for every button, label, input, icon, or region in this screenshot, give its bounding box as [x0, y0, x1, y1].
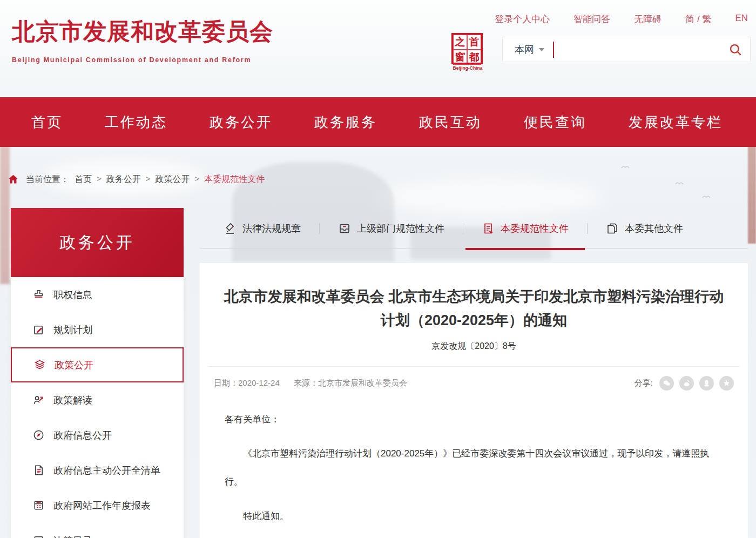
- nav-item-gov-services[interactable]: 政务服务: [314, 113, 377, 132]
- sidebar-title: 政务公开: [11, 208, 184, 277]
- breadcrumb-home[interactable]: 首页: [75, 174, 92, 185]
- sidebar: 政务公开 职权信息 规划计划: [11, 208, 184, 538]
- sidebar-item-policy-interpretation[interactable]: 政策解读: [11, 382, 184, 418]
- share-bar: 分享:: [634, 376, 734, 391]
- seal-char: 都: [467, 50, 481, 65]
- nav-item-home[interactable]: 首页: [31, 113, 63, 132]
- weibo-icon: [682, 379, 691, 388]
- breadcrumb-separator: >: [146, 174, 151, 183]
- seal-icon: 之 首 窗 都: [451, 33, 483, 64]
- seal-caption: Beijing-China: [451, 65, 484, 71]
- catalog-icon: [32, 534, 45, 538]
- tab-divider: [463, 223, 463, 234]
- nav-item-work-dynamics[interactable]: 工作动态: [105, 113, 167, 132]
- sidebar-item-label: 政府信息公开: [53, 429, 112, 442]
- article-source: 来源：北京市发展和改革委员会: [294, 378, 407, 387]
- search-scope-label: 本网: [515, 43, 534, 56]
- layers-icon: [33, 359, 46, 371]
- breadcrumb: 当前位置： 首页 > 政务公开 > 政策公开 > 本委规范性文件: [0, 147, 756, 208]
- sidebar-item-label: 政府信息主动公开全清单: [53, 464, 160, 477]
- page: 北京市发展和改革委员会 Beijing Municipal Commission…: [0, 0, 756, 538]
- sidebar-item-authority-info[interactable]: 职权信息: [11, 277, 184, 312]
- interpret-icon: [32, 394, 45, 406]
- background-band: [200, 249, 748, 263]
- breadcrumb-current-normative-docs[interactable]: 本委规范性文件: [204, 174, 265, 185]
- simplified-traditional-toggle[interactable]: 简 / 繁: [685, 13, 711, 25]
- edit-icon: [32, 324, 45, 336]
- sidebar-item-label: 决策目录: [53, 534, 92, 538]
- breadcrumb-policy-disclosure[interactable]: 政策公开: [156, 174, 190, 185]
- site-logo[interactable]: 北京市发展和改革委员会 Beijing Municipal Commission…: [12, 16, 273, 64]
- main-navigation: 首页 工作动态 政务公开 政务服务 政民互动 便民查询 发展改革专栏: [0, 97, 756, 147]
- breadcrumb-separator: >: [97, 174, 102, 183]
- list-doc-icon: [32, 464, 45, 476]
- tab-divider: [587, 223, 588, 234]
- article-meta: 日期：2020-12-24 来源：北京市发展和改革委员会 分享:: [200, 367, 748, 391]
- sidebar-item-gov-info-disclosure[interactable]: 政府信息公开: [11, 418, 184, 453]
- sidebar-item-label: 政策公开: [55, 359, 93, 372]
- article-title: 北京市发展和改革委员会 北京市生态环境局关于印发北京市塑料污染治理行动计划（20…: [218, 285, 731, 332]
- sidebar-menu: 职权信息 规划计划 政策公开: [11, 277, 184, 538]
- inbox-doc-icon: [338, 222, 351, 235]
- share-weibo-button[interactable]: [679, 376, 694, 391]
- sidebar-item-annual-website-report[interactable]: 政府网站工作年度报表: [11, 488, 184, 523]
- accessibility-link[interactable]: 无障碍: [634, 13, 662, 25]
- share-label: 分享:: [634, 378, 653, 388]
- sidebar-item-label: 政策解读: [53, 394, 92, 407]
- nav-item-public-interaction[interactable]: 政民互动: [419, 113, 482, 132]
- english-link[interactable]: EN: [735, 13, 748, 25]
- beijing-china-seal-logo[interactable]: 之 首 窗 都 Beijing-China: [451, 33, 484, 71]
- seal-char: 之: [453, 35, 467, 50]
- report-icon: [32, 499, 45, 512]
- login-personal-center-link[interactable]: 登录个人中心: [495, 13, 550, 25]
- compass-icon: [32, 429, 45, 441]
- article-date: 日期：2020-12-24: [214, 378, 280, 387]
- tab-committee-other-docs[interactable]: 本委其他文件: [590, 208, 699, 248]
- nav-item-development-reform-column[interactable]: 发展改革专栏: [629, 113, 723, 132]
- article-notice: 特此通知。: [225, 510, 723, 522]
- site-subtitle: Beijing Municipal Commission of Developm…: [12, 56, 273, 64]
- search-scope-dropdown[interactable]: 本网: [515, 43, 544, 56]
- article-greeting: 各有关单位：: [225, 413, 723, 426]
- stamp-icon: [32, 288, 45, 301]
- doc-lines-icon: [482, 222, 495, 235]
- document-type-tabs: 法律法规规章 上级部门规范性文件: [200, 208, 748, 249]
- seal-doc-icon: [224, 222, 237, 235]
- share-favorite-button[interactable]: [719, 376, 734, 391]
- nav-item-convenient-inquiry[interactable]: 便民查询: [524, 113, 586, 132]
- breadcrumb-gov-disclosure[interactable]: 政务公开: [106, 174, 141, 185]
- nav-item-gov-affairs-disclosure[interactable]: 政务公开: [210, 113, 272, 132]
- share-qq-button[interactable]: [699, 376, 714, 391]
- share-wechat-button[interactable]: [659, 376, 674, 391]
- search-input[interactable]: [554, 37, 724, 62]
- document-number: 京发改规〔2020〕8号: [200, 341, 748, 352]
- tab-laws-regulations[interactable]: 法律法规规章: [207, 208, 317, 248]
- doc-copy-icon: [606, 222, 619, 235]
- article-paragraph: 《北京市塑料污染治理行动计划（2020-2025年）》已经市委深改委第十四次会议…: [225, 440, 723, 496]
- search-icon: [728, 42, 742, 57]
- sidebar-item-label: 规划计划: [53, 324, 92, 337]
- tab-label: 本委规范性文件: [501, 222, 569, 235]
- content-area: 政务公开 职权信息 规划计划: [0, 208, 756, 538]
- tab-label: 上级部门规范性文件: [357, 222, 444, 235]
- main-column: 法律法规规章 上级部门规范性文件: [200, 208, 748, 538]
- tab-superior-normative-docs[interactable]: 上级部门规范性文件: [322, 208, 461, 248]
- breadcrumb-label: 当前位置：: [26, 174, 69, 185]
- sidebar-item-policy-disclosure[interactable]: 政策公开: [11, 347, 184, 382]
- article-panel: 北京市发展和改革委员会 北京市生态环境局关于印发北京市塑料污染治理行动计划（20…: [200, 263, 748, 538]
- home-icon: [8, 173, 19, 185]
- tab-committee-normative-docs[interactable]: 本委规范性文件: [465, 208, 585, 248]
- search-button[interactable]: [724, 39, 746, 60]
- sidebar-item-decision-catalog[interactable]: 决策目录: [11, 523, 184, 538]
- top-utility-links: 登录个人中心 智能问答 无障碍 简 / 繁 EN: [495, 13, 748, 25]
- tab-label: 本委其他文件: [625, 222, 683, 235]
- star-icon: [722, 379, 731, 388]
- sidebar-item-planning[interactable]: 规划计划: [11, 312, 184, 347]
- chevron-down-icon: [539, 48, 544, 51]
- site-header: 北京市发展和改革委员会 Beijing Municipal Commission…: [0, 0, 756, 97]
- seal-char: 窗: [453, 50, 467, 65]
- search-bar: 本网: [502, 37, 751, 62]
- smart-qa-link[interactable]: 智能问答: [573, 13, 610, 25]
- breadcrumb-separator: >: [195, 174, 200, 183]
- sidebar-item-proactive-disclosure-list[interactable]: 政府信息主动公开全清单: [11, 453, 184, 488]
